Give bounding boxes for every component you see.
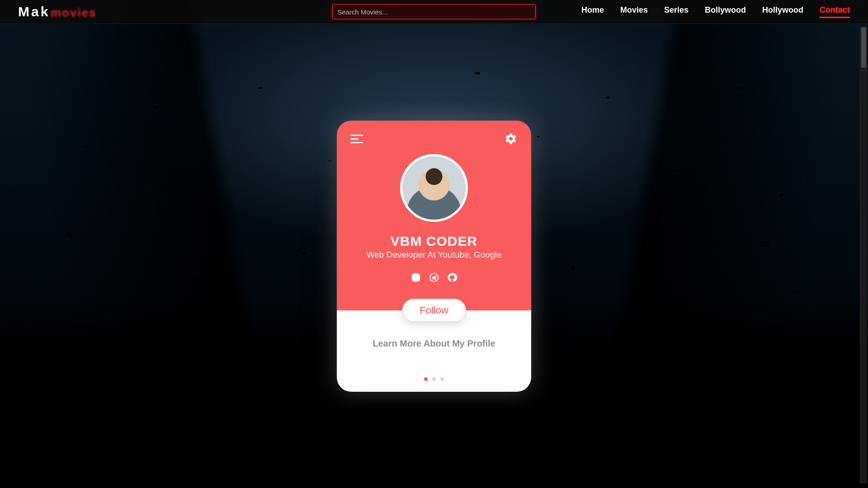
nav-item-hollywood[interactable]: Hollywood	[762, 5, 803, 18]
search-wrap	[332, 5, 536, 19]
profile-card-top: VBM CODER Web Developer At Youtube, Goog…	[337, 121, 531, 310]
nav-item-bollywood[interactable]: Bollywood	[705, 5, 746, 18]
pager-dot[interactable]	[440, 377, 444, 381]
profile-card-bottom: Follow Learn More About My Profile	[337, 310, 531, 392]
gear-icon[interactable]	[504, 132, 518, 146]
avatar[interactable]	[400, 154, 468, 222]
search-input[interactable]	[332, 5, 536, 19]
nav-item-home[interactable]: Home	[581, 5, 604, 18]
nav-item-movies[interactable]: Movies	[620, 5, 648, 18]
github-icon[interactable]	[447, 272, 457, 282]
top-nav: Mak movies Home Movies Series Bollywood …	[0, 0, 868, 24]
nav-links: Home Movies Series Bollywood Hollywood C…	[581, 5, 850, 18]
profile-subtitle: Web Developer At Youtube, Google	[337, 250, 531, 260]
site-logo[interactable]: Mak movies	[18, 4, 50, 19]
main-stage: VBM CODER Web Developer At Youtube, Goog…	[0, 24, 868, 488]
scrollbar-thumb[interactable]	[861, 27, 866, 68]
svg-point-1	[414, 276, 417, 279]
logo-main: Mak	[18, 4, 50, 19]
profile-name: VBM CODER	[337, 234, 531, 249]
nav-item-series[interactable]: Series	[664, 5, 689, 18]
svg-point-2	[418, 274, 419, 275]
telegram-icon[interactable]	[429, 272, 439, 282]
nav-item-contact[interactable]: Contact	[820, 5, 850, 18]
vertical-scrollbar[interactable]	[860, 27, 867, 483]
card-icon-row	[337, 121, 531, 146]
menu-icon[interactable]	[350, 132, 364, 146]
social-row	[337, 272, 531, 282]
pager-dot[interactable]	[432, 377, 436, 381]
learn-more-link[interactable]: Learn More About My Profile	[337, 338, 531, 349]
follow-button[interactable]: Follow	[402, 299, 466, 322]
pager-dots[interactable]	[424, 377, 444, 381]
logo-ghost: movies	[51, 6, 97, 20]
instagram-icon[interactable]	[411, 272, 421, 282]
pager-dot[interactable]	[424, 377, 428, 381]
profile-card: VBM CODER Web Developer At Youtube, Goog…	[337, 121, 531, 392]
